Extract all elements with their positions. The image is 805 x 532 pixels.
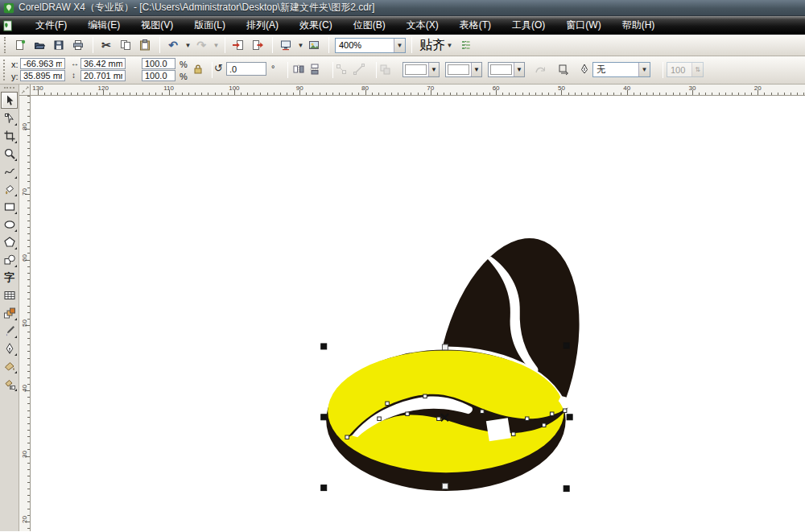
redo-dropdown-arrow[interactable]: ▼ — [212, 42, 221, 49]
crop-tool[interactable] — [1, 127, 18, 144]
print-button[interactable] — [69, 36, 87, 54]
paste-button[interactable] — [136, 36, 154, 54]
app-launcher-dropdown-arrow[interactable]: ▼ — [296, 42, 305, 49]
curve-node[interactable] — [345, 435, 349, 439]
toolbox-grip[interactable] — [4, 87, 15, 90]
curve-node[interactable] — [512, 432, 515, 435]
outline-width-arrow[interactable]: ▼ — [638, 63, 650, 76]
selection-handle[interactable] — [564, 343, 569, 348]
menu-item-5[interactable]: 效果(C) — [289, 16, 343, 35]
selection-handle[interactable] — [321, 414, 327, 420]
polygon-tool[interactable] — [1, 233, 18, 250]
menu-item-2[interactable]: 视图(V) — [130, 16, 184, 35]
table-tool[interactable] — [1, 287, 18, 303]
undo-dropdown-arrow[interactable]: ▼ — [184, 42, 192, 49]
eyedropper-tool[interactable] — [1, 322, 18, 339]
smart-fill-tool[interactable] — [1, 180, 18, 197]
object-height-field[interactable] — [80, 70, 126, 81]
document-menu-icon[interactable] — [2, 20, 14, 31]
scale-h-field[interactable] — [142, 58, 175, 69]
menu-item-11[interactable]: 帮助(H) — [612, 16, 666, 35]
curve-node[interactable] — [423, 394, 427, 398]
menu-item-8[interactable]: 表格(T) — [449, 16, 502, 35]
style-swatch-combo[interactable]: ▼ — [488, 62, 525, 77]
redo-button[interactable]: ↷ — [192, 36, 210, 54]
basic-shapes-tool[interactable] — [1, 251, 18, 268]
app-launcher-button[interactable] — [277, 36, 295, 54]
shape-tool[interactable] — [1, 109, 18, 126]
selection-handle[interactable] — [321, 485, 327, 491]
horizontal-ruler[interactable]: 1301201101009080706050403020 — [31, 85, 805, 96]
menu-item-7[interactable]: 文本(X) — [396, 16, 449, 35]
blend-tool[interactable] — [1, 304, 18, 321]
ellipse-tool[interactable] — [1, 216, 18, 233]
curve-node[interactable] — [563, 409, 566, 412]
interactive-fill-tool[interactable] — [1, 375, 18, 392]
transparency-spin[interactable]: 100 ⇅ — [667, 62, 704, 77]
freehand-tool[interactable] — [1, 163, 18, 179]
toolbar-grip[interactable] — [4, 37, 8, 54]
curve-node[interactable] — [386, 402, 389, 405]
snap-dropdown-arrow[interactable]: ▼ — [445, 42, 454, 49]
drawing-canvas[interactable] — [31, 96, 805, 531]
open-button[interactable] — [31, 36, 48, 54]
edit-nodes-icon[interactable] — [335, 63, 348, 77]
ruler-origin-corner[interactable] — [19, 85, 31, 96]
curve-node[interactable] — [406, 412, 409, 415]
undo-button[interactable]: ↶ — [164, 36, 182, 54]
y-position-field[interactable] — [20, 70, 65, 81]
outline-width-combo[interactable]: 无 ▼ — [592, 62, 650, 77]
menu-item-1[interactable]: 编辑(E) — [77, 16, 130, 35]
welcome-screen-button[interactable] — [305, 36, 323, 54]
zoom-level-combo[interactable]: 400% ▼ — [335, 38, 406, 53]
menu-item-0[interactable]: 文件(F) — [25, 16, 77, 35]
scale-v-field[interactable] — [142, 70, 175, 81]
x-position-field[interactable] — [20, 58, 65, 69]
cut-button[interactable]: ✂ — [97, 36, 115, 54]
curve-node[interactable] — [542, 423, 545, 427]
fill-tool[interactable] — [1, 357, 18, 374]
import-button[interactable] — [229, 36, 247, 54]
pick-tool[interactable] — [1, 92, 18, 109]
lock-ratio-icon[interactable] — [192, 63, 204, 77]
curve-node[interactable] — [481, 410, 484, 413]
selection-handle[interactable] — [567, 414, 572, 420]
new-button[interactable] — [11, 36, 29, 54]
zoom-dropdown-arrow[interactable]: ▼ — [394, 39, 405, 52]
fill-swatch-combo[interactable]: ▼ — [402, 62, 440, 77]
convert-line-icon[interactable] — [353, 63, 365, 77]
menu-item-10[interactable]: 窗口(W) — [555, 16, 611, 35]
style-swatch-arrow[interactable]: ▼ — [514, 63, 524, 76]
copy-button[interactable] — [117, 36, 134, 54]
mirror-horizontal-button[interactable] — [292, 63, 305, 77]
menu-item-3[interactable]: 版面(L) — [184, 16, 236, 35]
weld-shapes-icon[interactable] — [378, 63, 391, 77]
selection-handle-mid[interactable] — [442, 344, 448, 350]
wrap-text-icon[interactable] — [534, 63, 547, 77]
options-button[interactable] — [457, 36, 475, 54]
selection-handle-mid[interactable] — [442, 484, 448, 489]
outline-swatch-combo[interactable]: ▼ — [445, 62, 482, 77]
zoom-tool[interactable] — [1, 145, 18, 162]
mirror-vertical-button[interactable] — [308, 63, 321, 77]
fill-swatch-arrow[interactable]: ▼ — [428, 63, 439, 76]
outline-pen-tool[interactable] — [1, 340, 18, 357]
selection-handle[interactable] — [564, 486, 569, 492]
menu-item-4[interactable]: 排列(A) — [236, 16, 289, 35]
transparency-spinner[interactable]: ⇅ — [691, 63, 703, 76]
curve-node[interactable] — [378, 417, 381, 420]
rectangle-tool[interactable] — [1, 198, 18, 215]
save-button[interactable] — [50, 36, 68, 54]
export-button[interactable] — [249, 36, 266, 54]
menu-item-6[interactable]: 位图(B) — [343, 16, 396, 35]
snap-to-button[interactable]: 贴齐 ▼ — [416, 35, 457, 56]
outline-swatch-arrow[interactable]: ▼ — [471, 63, 481, 76]
vertical-ruler[interactable]: 80706050403020 — [19, 96, 31, 531]
text-tool[interactable]: 字 — [1, 269, 18, 286]
menu-item-9[interactable]: 工具(O) — [502, 16, 555, 35]
curve-node[interactable] — [437, 417, 440, 420]
text-wrap-options-icon[interactable] — [557, 63, 570, 77]
curve-node[interactable] — [526, 417, 529, 420]
propbar-grip[interactable] — [3, 60, 7, 80]
object-width-field[interactable] — [80, 58, 126, 69]
